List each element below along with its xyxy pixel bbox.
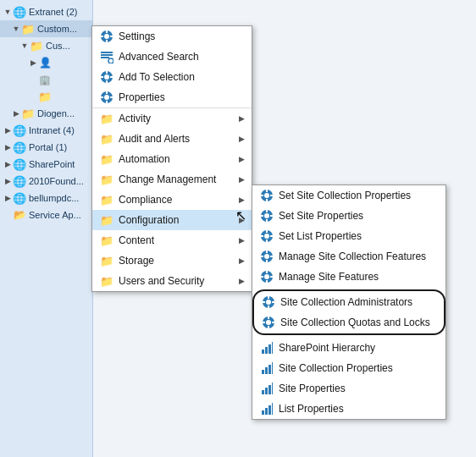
folder-icon-custom1: 📁 <box>21 22 35 36</box>
svg-rect-8 <box>101 57 109 58</box>
svg-rect-67 <box>268 344 271 354</box>
svg-rect-26 <box>266 199 268 201</box>
svg-point-1 <box>104 34 109 39</box>
tree-item-intranet[interactable]: ▶ 🌐 Intranet (4) <box>0 122 92 139</box>
tree-item-extranet[interactable]: ▼ 🌐 Extranet (2) <box>0 3 92 20</box>
menu-item-automation[interactable]: 📁 Automation ▶ <box>92 149 252 169</box>
svg-rect-71 <box>268 365 271 374</box>
submenu-item-site-coll-admins[interactable]: Site Collection Administrators <box>254 292 444 312</box>
menu-label-advanced-search: Advanced Search <box>119 51 199 63</box>
tree-item-cus1[interactable]: ▼ 📁 Cus... <box>0 37 92 54</box>
submenu-label-site-coll-props2: Site Collection Properties <box>279 362 393 374</box>
expand-arrow-intranet: ▶ <box>3 126 12 135</box>
menu-item-activity[interactable]: 📁 Activity ▶ <box>92 107 252 129</box>
gear-icon-set-site-coll <box>259 188 274 203</box>
submenu-arrow-users: ▶ <box>239 277 245 285</box>
menu-label-audit-alerts: Audit and Alerts <box>119 133 190 145</box>
tree-label-extranet: Extranet (2) <box>29 7 77 17</box>
tree-item-person1[interactable]: ▶ 👤 <box>0 54 92 71</box>
svg-rect-79 <box>268 405 271 415</box>
submenu-item-set-site-coll-props[interactable]: Set Site Collection Properties <box>252 185 446 206</box>
gear-icon-manage-site <box>259 269 274 284</box>
svg-rect-2 <box>106 30 108 33</box>
gear-icon-set-site <box>259 208 274 223</box>
tree-label-bellumc: bellumpdc... <box>29 193 79 203</box>
gear-icon-quotas <box>261 315 276 330</box>
menu-item-change-mgmt[interactable]: 📁 Change Management ▶ <box>92 169 252 190</box>
svg-rect-5 <box>110 36 113 37</box>
svg-rect-28 <box>270 195 273 196</box>
menu-item-properties[interactable]: Properties <box>92 87 252 107</box>
chart-icon-hierarchy <box>259 340 274 355</box>
menu-item-compliance[interactable]: 📁 Compliance ▶ <box>92 190 252 210</box>
tree-item-sharepoint[interactable]: ▶ 🌐 SharePoint <box>0 156 92 173</box>
tree-label-sharepoint: SharePoint <box>29 159 75 169</box>
svg-rect-77 <box>262 410 264 415</box>
tree-item-building1[interactable]: 🏢 <box>0 71 92 88</box>
expand-arrow-sharepoint: ▶ <box>3 160 12 168</box>
person-icon: 👤 <box>38 56 52 69</box>
menu-item-advanced-search[interactable]: Advanced Search <box>92 47 252 67</box>
svg-rect-15 <box>101 76 103 78</box>
folder-icon-diogen: 📁 <box>21 107 35 120</box>
submenu-item-set-list-props[interactable]: Set List Properties <box>252 226 446 246</box>
submenu-item-sharepoint-hierarchy[interactable]: SharePoint Hierarchy <box>252 338 446 358</box>
svg-rect-61 <box>268 317 269 319</box>
menu-item-add-to-selection[interactable]: Add To Selection <box>92 67 252 87</box>
submenu-item-site-coll-quotas[interactable]: Site Collection Quotas and Locks <box>254 312 444 333</box>
menu-item-content[interactable]: 📁 Content ▶ <box>92 230 252 251</box>
tree-item-diogen[interactable]: ▶ 📁 Diogen... <box>0 105 92 122</box>
submenu-item-set-site-props[interactable]: Set Site Properties <box>252 206 446 226</box>
tree-label-cus1: Cus... <box>46 41 70 51</box>
tree-item-custom1[interactable]: ▼ 📁 Custom... <box>0 20 92 37</box>
svg-rect-22 <box>110 96 113 98</box>
submenu-item-manage-site-coll-features[interactable]: Manage Site Collection Features <box>252 246 446 267</box>
menu-item-storage[interactable]: 📁 Storage ▶ <box>92 251 252 271</box>
tree-label-portal: Portal (1) <box>29 142 67 152</box>
submenu-item-site-coll-props2[interactable]: Site Collection Properties <box>252 358 446 378</box>
submenu-item-manage-site-features[interactable]: Manage Site Features <box>252 267 446 287</box>
svg-rect-62 <box>268 326 269 328</box>
svg-rect-14 <box>106 80 108 83</box>
svg-rect-65 <box>262 350 264 354</box>
svg-rect-40 <box>270 235 273 237</box>
tree-item-folder2[interactable]: 📁 <box>0 88 92 105</box>
tree-label-custom1: Custom... <box>37 24 77 34</box>
menu-item-users-security[interactable]: 📁 Users and Security ▶ <box>92 271 252 291</box>
svg-rect-66 <box>265 347 268 354</box>
folder-icon-serviceapp: 📂 <box>13 208 26 222</box>
svg-point-30 <box>264 213 269 218</box>
tree-item-portal[interactable]: ▶ 🌐 Portal (1) <box>0 139 92 156</box>
svg-rect-70 <box>265 367 268 374</box>
submenu-arrow-configuration: ▶ <box>239 216 245 224</box>
folder-icon-automation: 📁 <box>99 151 114 167</box>
svg-point-12 <box>104 74 109 80</box>
gear-icon-properties <box>99 90 114 105</box>
svg-rect-13 <box>106 71 108 74</box>
expand-arrow-2010found: ▶ <box>3 177 12 185</box>
tree-item-serviceapp[interactable]: 📂 Service Ap... <box>0 206 92 223</box>
menu-item-configuration[interactable]: 📁 Configuration ▶ <box>92 210 252 230</box>
svg-rect-72 <box>272 362 273 374</box>
globe-icon-extranet: 🌐 <box>13 5 26 19</box>
submenu-item-list-props2[interactable]: List Properties <box>252 399 446 419</box>
gear-icon-admins <box>261 295 276 310</box>
svg-rect-39 <box>261 235 263 237</box>
tree-item-bellumc[interactable]: ▶ 🌐 bellumpdc... <box>0 190 92 206</box>
svg-rect-74 <box>265 388 268 394</box>
menu-label-content: Content <box>119 234 154 246</box>
submenu-arrow-storage: ▶ <box>239 256 245 265</box>
menu-item-settings[interactable]: Settings <box>92 26 252 47</box>
svg-rect-76 <box>272 383 273 394</box>
tree-item-2010found[interactable]: ▶ 🌐 2010Found... <box>0 173 92 190</box>
circled-group: Site Collection Administrators Site Coll… <box>252 289 446 335</box>
gear-icon-settings <box>99 29 114 44</box>
expand-arrow-cus1: ▼ <box>20 41 29 50</box>
submenu-item-site-props2[interactable]: Site Properties <box>252 378 446 399</box>
svg-rect-52 <box>270 276 273 278</box>
chart-icon-list <box>259 401 274 416</box>
svg-rect-63 <box>263 322 265 323</box>
menu-item-audit-alerts[interactable]: 📁 Audit and Alerts ▶ <box>92 129 252 149</box>
folder-icon-activity: 📁 <box>99 111 114 126</box>
folder-icon-users: 📁 <box>99 273 114 289</box>
